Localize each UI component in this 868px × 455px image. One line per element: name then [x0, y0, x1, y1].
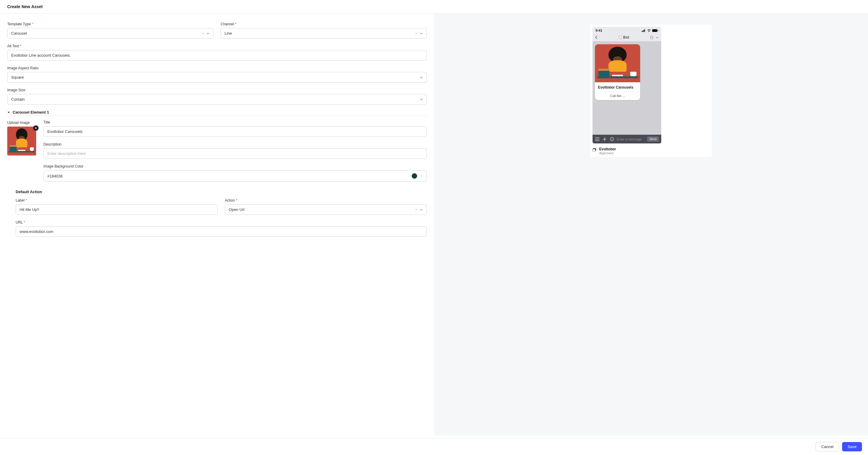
aspect-ratio-select[interactable]: Square: [7, 72, 427, 83]
da-url-input[interactable]: [16, 226, 427, 237]
chevron-down-icon: [655, 36, 659, 39]
svg-point-8: [595, 140, 596, 141]
menu-icon: [595, 137, 600, 142]
svg-point-10: [611, 138, 612, 139]
form-panel: Template Type Carousel × Channel Line ×: [0, 13, 434, 435]
clear-icon[interactable]: ×: [415, 207, 417, 212]
carousel-section-title: Carousel Element 1: [13, 110, 49, 115]
emoji-icon: [610, 137, 614, 142]
da-url-label: URL: [16, 220, 427, 225]
template-type-label: Template Type: [7, 22, 213, 26]
clear-icon[interactable]: ×: [421, 174, 423, 178]
remove-image-icon[interactable]: [33, 125, 38, 131]
channel-value: Line: [224, 31, 232, 36]
wifi-icon: [647, 29, 651, 32]
preview-card-title: Evoltobor Carousels: [595, 82, 640, 91]
default-action-header: Default Action: [16, 190, 427, 194]
bg-color-input[interactable]: #184038 ×: [43, 170, 427, 182]
da-action-label: Action: [225, 198, 427, 202]
template-type-value: Carousel: [11, 31, 27, 36]
send-button: Send: [647, 136, 659, 142]
chevron-down-icon: [420, 208, 423, 211]
clear-icon[interactable]: ×: [415, 31, 417, 36]
composer-placeholder: Enter a message: [617, 137, 645, 141]
svg-rect-2: [644, 30, 644, 32]
template-type-select[interactable]: Carousel ×: [7, 28, 213, 39]
image-size-label: Image Size: [7, 88, 427, 92]
chevron-down-icon: [420, 98, 423, 101]
carousel-section-header[interactable]: Carousel Element 1: [7, 110, 427, 116]
da-label-input[interactable]: [16, 204, 218, 215]
phone-status-bar: 9:41: [592, 27, 661, 33]
phone-time: 9:41: [595, 29, 602, 32]
chevron-down-icon: [420, 76, 423, 79]
svg-point-6: [595, 137, 596, 138]
shield-icon: [619, 36, 622, 39]
element-description-label: Description: [43, 142, 427, 147]
signal-icon: [642, 29, 646, 32]
clear-icon[interactable]: ×: [202, 31, 204, 36]
svg-point-9: [610, 137, 614, 141]
alt-text-input[interactable]: [7, 50, 427, 61]
phone-preview: 9:41 Bot: [592, 27, 661, 143]
phone-composer: Enter a message Send: [592, 135, 661, 143]
bg-color-value: #184038: [47, 174, 63, 178]
plus-icon: [602, 137, 607, 142]
page-title: Create New Asset: [0, 0, 868, 13]
element-title-label: Title: [43, 120, 427, 125]
preview-account-name: Evoltobor: [599, 147, 616, 151]
bot-page-icon: [592, 148, 597, 151]
da-action-value: Open Url: [229, 207, 244, 212]
back-icon: [595, 36, 598, 39]
upload-image-preview[interactable]: [7, 127, 36, 156]
image-size-select[interactable]: Contain: [7, 94, 427, 104]
chevron-down-icon: [207, 32, 210, 35]
home-icon: [650, 36, 654, 39]
image-size-value: Contain: [11, 97, 25, 102]
phone-topbar: Bot: [592, 33, 661, 41]
preview-card: Evoltobor Carousels Call Me....: [595, 44, 640, 100]
uploaded-thumbnail: [7, 127, 36, 156]
da-label-label: Label: [16, 198, 218, 202]
channel-select[interactable]: Line ×: [221, 28, 427, 39]
svg-rect-4: [652, 29, 657, 32]
da-action-select[interactable]: Open Url ×: [225, 204, 427, 215]
chevron-down-icon: [420, 32, 423, 35]
caret-down-icon: [7, 111, 10, 114]
svg-rect-0: [642, 31, 642, 32]
channel-label: Channel: [221, 22, 427, 26]
battery-icon: [652, 29, 658, 32]
upload-image-label: Upload Image: [7, 121, 30, 125]
preview-panel: 9:41 Bot: [434, 13, 868, 435]
svg-rect-3: [644, 29, 645, 32]
preview-card-button: Call Me....: [595, 91, 640, 100]
element-description-input[interactable]: [43, 148, 427, 159]
aspect-ratio-value: Square: [11, 75, 24, 79]
svg-rect-1: [643, 30, 643, 32]
color-swatch: [412, 173, 417, 179]
aspect-ratio-label: Image Aspect Ratio: [7, 66, 427, 70]
alt-text-label: Alt Text: [7, 44, 427, 48]
bot-label: Bot: [623, 35, 629, 39]
bg-color-label: Image Background Color: [43, 164, 427, 168]
svg-rect-13: [592, 149, 595, 151]
preview-card-image: [595, 44, 640, 82]
element-title-input[interactable]: [43, 126, 427, 137]
svg-rect-5: [658, 30, 658, 31]
preview-account-status: Approved: [599, 151, 616, 155]
svg-point-11: [612, 138, 613, 139]
svg-point-7: [595, 139, 596, 139]
